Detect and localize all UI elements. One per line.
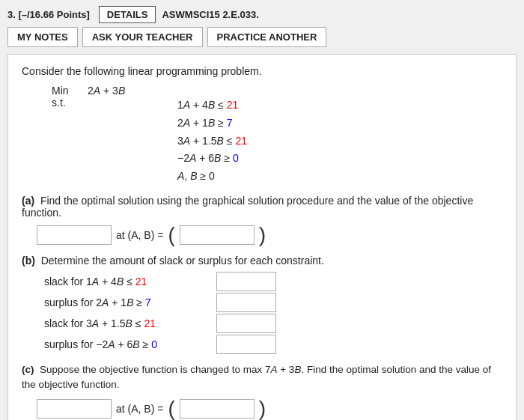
part-b-label: (b) Determine the amount of slack or sur… [22, 255, 502, 267]
objective-expr: 2A + 3B [88, 85, 247, 97]
nav-buttons: MY NOTES ASK YOUR TEACHER PRACTICE ANOTH… [0, 23, 524, 51]
slack-input-4[interactable] [216, 335, 276, 354]
slack-input-3[interactable] [216, 314, 276, 333]
part-a-text: Find the optimal solution using the grap… [22, 195, 473, 219]
part-a-label: (a) Find the optimal solution using the … [22, 195, 502, 219]
slack-input-2[interactable] [216, 293, 276, 312]
constraint-2: 2A + 1B ≥ 7 [177, 115, 247, 133]
slack-row-4: surplus for −2A + 6B ≥ 0 [44, 334, 502, 355]
question-code: ASWMSCI15 2.E.033. [162, 9, 258, 20]
st-label: s.t. [52, 97, 76, 109]
part-a-input-row: at (A, B) = ( ) [37, 225, 502, 246]
part-a-close-paren: ) [259, 225, 266, 246]
slack-input-1[interactable] [216, 272, 276, 291]
my-notes-button[interactable]: MY NOTES [7, 27, 78, 47]
part-c-value-input[interactable] [37, 399, 112, 419]
part-a-at-label: at (A, B) = [116, 229, 163, 241]
part-c-input-row: at (A, B) = ( ) [37, 398, 502, 419]
slack-label-4: surplus for −2A + 6B ≥ 0 [44, 334, 209, 355]
details-button[interactable]: DETAILS [99, 6, 156, 23]
part-a-value-input[interactable] [37, 225, 112, 245]
slack-row-2: surplus for 2A + 1B ≥ 7 [44, 292, 502, 313]
question-number: 3. [–/16.66 Points] [7, 9, 90, 20]
main-content: Consider the following linear programmin… [7, 54, 517, 420]
part-c-open-paren: ( [168, 398, 174, 419]
part-c-at-label: at (A, B) = [116, 403, 163, 415]
constraint-4: −2A + 6B ≥ 0 [177, 150, 247, 168]
constraints: 1A + 4B ≤ 21 2A + 1B ≥ 7 3A + 1.5B ≤ 21 … [177, 97, 247, 186]
practice-another-button[interactable]: PRACTICE ANOTHER [207, 27, 327, 47]
slack-section: slack for 1A + 4B ≤ 21 surplus for 2A + … [44, 271, 502, 355]
top-bar: 3. [–/16.66 Points] DETAILS ASWMSCI15 2.… [0, 0, 524, 23]
slack-label-3: slack for 3A + 1.5B ≤ 21 [44, 313, 209, 334]
slack-label-1: slack for 1A + 4B ≤ 21 [44, 271, 209, 292]
slack-row-3: slack for 3A + 1.5B ≤ 21 [44, 313, 502, 334]
part-c-close-paren: ) [259, 398, 266, 419]
part-c-coord-input[interactable] [180, 399, 255, 419]
constraint-5: A, B ≥ 0 [177, 168, 247, 186]
ask-teacher-button[interactable]: ASK YOUR TEACHER [82, 27, 203, 47]
slack-label-2: surplus for 2A + 1B ≥ 7 [44, 292, 209, 313]
part-a-coord-input[interactable] [180, 225, 255, 245]
part-a-open-paren: ( [168, 225, 174, 246]
part-c-text: Suppose the objective function is change… [22, 364, 491, 390]
constraint-1: 1A + 4B ≤ 21 [177, 97, 247, 115]
problem-intro: Consider the following linear programmin… [22, 65, 502, 77]
part-b-text: Determine the amount of slack or surplus… [41, 255, 324, 267]
slack-row-1: slack for 1A + 4B ≤ 21 [44, 271, 502, 292]
constraint-3: 3A + 1.5B ≤ 21 [177, 133, 247, 150]
part-c-label: (c) Suppose the objective function is ch… [22, 362, 502, 393]
min-label: Min [52, 85, 76, 97]
min-section: Min s.t. 2A + 3B 1A + 4B ≤ 21 2A + 1B ≥ … [52, 85, 502, 186]
